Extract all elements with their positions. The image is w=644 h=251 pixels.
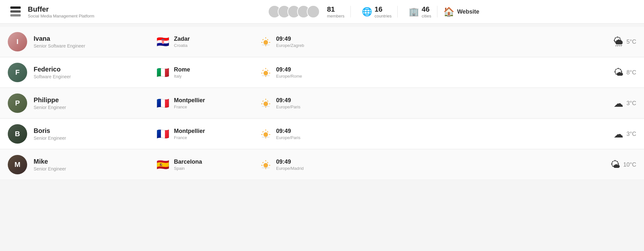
svg-rect-20	[265, 99, 266, 100]
sunrise-icon	[260, 159, 272, 170]
svg-rect-18	[262, 75, 270, 76]
svg-point-35	[263, 163, 268, 168]
svg-rect-10	[262, 45, 270, 45]
member-list: I Ivana Senior Software Engineer 🇭🇷 Zada…	[0, 24, 644, 184]
app-header: Buffer Social Media Management Platform …	[0, 0, 644, 24]
location-city: Montpellier	[174, 97, 205, 104]
member-location: 🇫🇷 Montpellier France	[156, 128, 241, 140]
member-time: 09:49 Europe/Zagreb	[260, 36, 344, 48]
country-flag: 🇮🇹	[156, 67, 169, 78]
time-text: 09:49 Europe/Zagreb	[276, 36, 304, 48]
member-location: 🇮🇹 Rome Italy	[156, 66, 241, 79]
svg-rect-8	[262, 39, 263, 40]
member-job-title: Senior Software Engineer	[34, 43, 131, 49]
member-location: 🇪🇸 Barcelona Spain	[156, 158, 241, 171]
member-info: Ivana Senior Software Engineer	[34, 35, 131, 49]
stat-divider-2	[397, 6, 398, 17]
weather-temp: 10°C	[623, 161, 636, 168]
weather-icon: 🌦	[614, 36, 623, 47]
member-avatar: I	[8, 32, 27, 51]
members-label: members	[327, 14, 344, 18]
member-weather: ☁ 3°C	[597, 98, 636, 109]
avatar-5	[307, 5, 320, 18]
svg-rect-7	[269, 42, 270, 43]
svg-rect-17	[267, 70, 268, 71]
member-location: 🇫🇷 Montpellier France	[156, 97, 241, 109]
countries-label: countries	[375, 14, 392, 18]
sunrise-icon	[260, 97, 272, 109]
globe-icon: 🌐	[362, 7, 372, 17]
time-value: 09:49	[276, 97, 300, 104]
cities-stat: 🏢 46 cities	[409, 5, 431, 18]
weather-icon: ☁	[614, 128, 623, 140]
location-city: Montpellier	[174, 128, 205, 135]
logo-area: Buffer Social Media Management Platform	[8, 4, 98, 19]
svg-rect-9	[267, 39, 268, 40]
time-value: 09:49	[276, 36, 304, 42]
sunrise-icon	[260, 36, 272, 48]
location-text: Barcelona Spain	[174, 158, 202, 171]
time-text: 09:49 Europe/Paris	[276, 128, 300, 140]
member-row: P Philippe Senior Engineer 🇫🇷 Montpellie…	[0, 88, 644, 118]
member-job-title: Senior Engineer	[34, 136, 131, 141]
svg-rect-4	[265, 37, 266, 38]
app-title: Buffer	[28, 5, 94, 14]
member-info: Federico Software Engineer	[34, 66, 131, 79]
weather-temp: 8°C	[627, 69, 636, 76]
svg-point-27	[263, 132, 268, 137]
member-row: F Federico Software Engineer 🇮🇹 Rome Ita…	[0, 58, 644, 88]
timezone: Europe/Paris	[276, 104, 300, 109]
weather-temp: 3°C	[627, 131, 636, 137]
location-country: Croatia	[174, 43, 190, 48]
svg-point-3	[263, 40, 268, 45]
svg-rect-25	[267, 100, 268, 102]
website-link[interactable]: 🏠 Website	[443, 6, 479, 17]
sunrise-icon	[260, 128, 272, 140]
member-job-title: Senior Engineer	[34, 105, 131, 110]
member-job-title: Software Engineer	[34, 74, 131, 79]
members-stat: 81 members	[327, 5, 344, 18]
svg-rect-34	[262, 137, 270, 137]
time-text: 09:49 Europe/Madrid	[276, 158, 304, 171]
svg-rect-12	[265, 68, 266, 69]
stat-divider-3	[437, 6, 437, 17]
svg-rect-1	[10, 10, 21, 13]
country-flag: 🇫🇷	[156, 129, 169, 139]
countries-stat: 🌐 16 countries	[362, 5, 392, 18]
time-value: 09:49	[276, 66, 302, 73]
svg-rect-42	[262, 168, 270, 168]
country-flag: 🇪🇸	[156, 159, 169, 170]
location-city: Zadar	[174, 36, 190, 42]
svg-rect-32	[262, 131, 263, 132]
member-time: 09:49 Europe/Paris	[260, 97, 344, 109]
svg-rect-22	[261, 104, 263, 104]
svg-rect-41	[267, 162, 268, 163]
website-label: Website	[457, 8, 479, 15]
svg-rect-40	[262, 162, 263, 163]
weather-temp: 3°C	[627, 100, 636, 107]
members-count: 81	[327, 5, 344, 14]
svg-rect-31	[269, 134, 270, 135]
svg-rect-33	[267, 131, 268, 132]
svg-rect-16	[262, 70, 263, 71]
cities-label: cities	[422, 14, 431, 18]
member-weather: 🌦 5°C	[597, 36, 636, 47]
sunrise-icon	[260, 67, 272, 78]
time-value: 09:49	[276, 128, 300, 135]
member-avatar: P	[8, 93, 27, 113]
timezone: Europe/Rome	[276, 74, 302, 79]
timezone: Europe/Paris	[276, 135, 300, 140]
svg-rect-6	[261, 42, 263, 43]
member-weather: 🌤 10°C	[597, 159, 636, 170]
location-city: Rome	[174, 66, 190, 73]
member-avatar: F	[8, 63, 27, 82]
svg-rect-28	[265, 129, 266, 131]
member-row: I Ivana Senior Software Engineer 🇭🇷 Zada…	[0, 27, 644, 57]
header-stats: 81 members 🌐 16 countries 🏢 46 cities 🏠 …	[111, 5, 636, 18]
member-name: Mike	[34, 158, 131, 165]
member-avatar: B	[8, 124, 27, 144]
app-subtitle: Social Media Management Platform	[28, 14, 94, 18]
member-name: Federico	[34, 66, 131, 73]
member-time: 09:49 Europe/Rome	[260, 66, 344, 79]
weather-icon: ☁	[614, 98, 623, 109]
